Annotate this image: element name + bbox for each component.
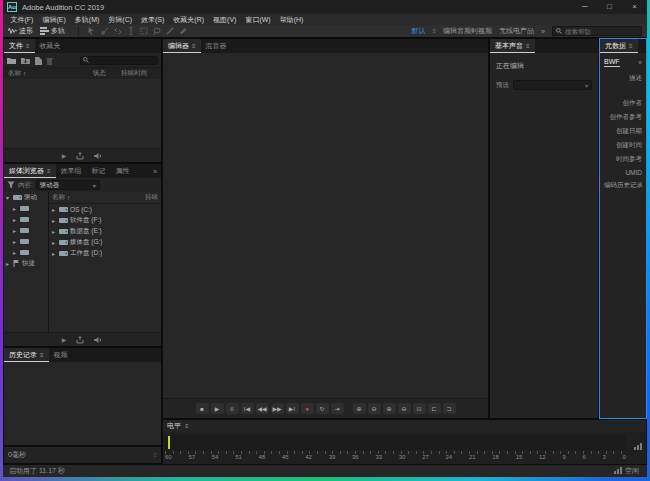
tab-effects-rack[interactable]: 效果组 bbox=[56, 164, 87, 178]
content-dropdown[interactable]: 驱动器 ▾ bbox=[36, 180, 100, 190]
media-column-headers[interactable]: 名称 ↑ 持续 bbox=[49, 192, 161, 204]
help-search-input[interactable] bbox=[565, 28, 637, 35]
preview-play-icon[interactable]: ▶ bbox=[62, 152, 67, 159]
drive-list-item[interactable]: ▸ 媒体盘 (G:) bbox=[49, 237, 161, 248]
zoom-out-vertical-button[interactable]: ⊖ bbox=[398, 403, 411, 414]
files-search-box[interactable] bbox=[80, 56, 158, 65]
meter-bars-icon[interactable] bbox=[634, 436, 642, 454]
filter-icon[interactable] bbox=[7, 181, 15, 190]
tab-video[interactable]: 视频 bbox=[49, 348, 73, 362]
multitrack-view-button[interactable]: 多轨 bbox=[40, 26, 65, 36]
files-list[interactable] bbox=[4, 79, 161, 149]
panel-menu-icon[interactable]: ≡ bbox=[153, 452, 157, 458]
metadata-overflow-chevron-icon[interactable]: » bbox=[638, 59, 642, 66]
workspace-tab-radio-production[interactable]: 无线电产品 bbox=[499, 26, 534, 36]
tab-essential-sound[interactable]: 基本声音 ≡ bbox=[490, 39, 535, 53]
history-list[interactable] bbox=[4, 362, 161, 445]
chevron-right-icon[interactable]: ▸ bbox=[52, 206, 57, 213]
stop-button[interactable]: ■ bbox=[196, 403, 209, 414]
move-playhead-next-button[interactable]: ▶I bbox=[286, 403, 299, 414]
panel-menu-icon[interactable]: ≡ bbox=[629, 43, 633, 49]
time-selection-tool-icon[interactable] bbox=[126, 27, 135, 36]
open-file-icon[interactable] bbox=[7, 51, 17, 69]
editor-canvas[interactable] bbox=[163, 53, 488, 399]
move-playhead-previous-button[interactable]: I◀ bbox=[241, 403, 254, 414]
tab-metadata[interactable]: 元数据 ≡ bbox=[600, 39, 638, 53]
zoom-in-horizontal-button[interactable]: ⊕ bbox=[353, 403, 366, 414]
menu-item[interactable]: 视图(V) bbox=[209, 15, 241, 25]
menu-item[interactable]: 编辑(E) bbox=[38, 15, 70, 25]
chevron-right-icon[interactable]: ▸ bbox=[52, 217, 57, 224]
panel-menu-icon[interactable]: ≡ bbox=[40, 352, 44, 358]
preview-play-icon[interactable]: ▶ bbox=[62, 336, 67, 343]
auto-play-icon[interactable] bbox=[76, 336, 84, 344]
waveform-view-button[interactable]: 波形 bbox=[8, 26, 33, 36]
chevron-right-icon[interactable]: ▸ bbox=[13, 227, 18, 234]
chevron-right-icon[interactable]: ▸ bbox=[13, 249, 18, 256]
workspace-tab-default[interactable]: 默认 bbox=[412, 26, 426, 36]
chevron-right-icon[interactable]: ▸ bbox=[52, 228, 57, 235]
move-tool-icon[interactable] bbox=[87, 27, 96, 36]
tree-drive-item[interactable]: ▸ bbox=[4, 203, 48, 214]
panel-menu-icon[interactable]: ≡ bbox=[47, 168, 51, 174]
tree-drive-item[interactable]: ▸ bbox=[4, 214, 48, 225]
play-button[interactable]: ▶ bbox=[211, 403, 224, 414]
drive-list-item[interactable]: ▸ 数据盘 (E:) bbox=[49, 226, 161, 237]
tree-item-shortcuts[interactable]: ▸ 快捷 bbox=[4, 258, 48, 269]
files-search-input[interactable] bbox=[91, 57, 151, 63]
tab-markers[interactable]: 标记 bbox=[87, 164, 111, 178]
menu-item[interactable]: 效果(S) bbox=[137, 15, 169, 25]
maximize-button[interactable]: □ bbox=[597, 0, 622, 14]
workspace-overflow-chevron-icon[interactable]: » bbox=[541, 28, 545, 35]
zoom-to-in-point-button[interactable]: ⊏ bbox=[428, 403, 441, 414]
menu-item[interactable]: 窗口(W) bbox=[241, 15, 275, 25]
tab-overflow-chevron-icon[interactable]: » bbox=[149, 164, 161, 178]
help-search-box[interactable] bbox=[552, 26, 642, 36]
chevron-right-icon[interactable]: ▸ bbox=[52, 239, 57, 246]
paintbrush-selection-tool-icon[interactable] bbox=[165, 27, 174, 36]
razor-tool-icon[interactable] bbox=[100, 27, 109, 36]
record-button[interactable]: ● bbox=[301, 403, 314, 414]
zoom-out-horizontal-button[interactable]: ⊖ bbox=[368, 403, 381, 414]
workspace-tab-edit-audio-to-video[interactable]: 编辑音频到视频 bbox=[443, 26, 492, 36]
tab-history[interactable]: 历史记录 ≡ bbox=[4, 348, 49, 362]
menu-item[interactable]: 剪辑(C) bbox=[104, 15, 137, 25]
auto-play-icon[interactable] bbox=[76, 152, 84, 160]
zoom-to-selection-button[interactable]: ⊡ bbox=[413, 403, 426, 414]
delete-icon[interactable] bbox=[46, 51, 53, 69]
rewind-button[interactable]: ◀◀ bbox=[256, 403, 269, 414]
skip-selection-button[interactable]: ⇥ bbox=[331, 403, 344, 414]
menu-item[interactable]: 收藏夹(R) bbox=[169, 15, 209, 25]
fast-forward-button[interactable]: ▶▶ bbox=[271, 403, 284, 414]
chevron-right-icon[interactable]: ▸ bbox=[13, 205, 18, 212]
marquee-selection-tool-icon[interactable] bbox=[139, 27, 148, 36]
tree-drive-item[interactable]: ▸ bbox=[4, 236, 48, 247]
spot-healing-brush-tool-icon[interactable] bbox=[178, 27, 187, 36]
speaker-icon[interactable] bbox=[94, 336, 103, 344]
drive-list-item[interactable]: ▸ 软件盘 (F:) bbox=[49, 215, 161, 226]
tab-bwf[interactable]: BWF bbox=[604, 58, 620, 67]
menu-item[interactable]: 帮助(H) bbox=[275, 15, 308, 25]
menu-item[interactable]: 多轨(M) bbox=[70, 15, 104, 25]
level-meter[interactable]: 60575451484542393633302724211815129630 bbox=[163, 432, 646, 464]
tab-mixer[interactable]: 混音器 bbox=[201, 39, 232, 53]
lasso-selection-tool-icon[interactable] bbox=[152, 27, 161, 36]
menu-item[interactable]: 文件(F) bbox=[6, 15, 38, 25]
workspace-menu-icon[interactable]: ≡ bbox=[433, 28, 437, 34]
tree-drive-item[interactable]: ▸ bbox=[4, 247, 48, 258]
panel-menu-icon[interactable]: ≡ bbox=[192, 43, 196, 49]
drive-list-item[interactable]: ▸ OS (C:) bbox=[49, 204, 161, 215]
chevron-right-icon[interactable]: ▸ bbox=[52, 250, 57, 257]
chevron-right-icon[interactable]: ▸ bbox=[13, 216, 18, 223]
panel-menu-icon[interactable]: ≡ bbox=[185, 423, 189, 429]
zoom-in-vertical-button[interactable]: ⊕ bbox=[383, 403, 396, 414]
speaker-icon[interactable] bbox=[94, 152, 103, 160]
chevron-down-icon[interactable]: ▾ bbox=[6, 194, 11, 201]
tab-properties[interactable]: 属性 bbox=[111, 164, 135, 178]
tree-drive-item[interactable]: ▸ bbox=[4, 225, 48, 236]
tab-media-browser[interactable]: 媒体浏览器 ≡ bbox=[4, 164, 56, 178]
chevron-right-icon[interactable]: ▸ bbox=[13, 238, 18, 245]
slip-tool-icon[interactable] bbox=[113, 27, 122, 36]
close-button[interactable]: × bbox=[622, 0, 647, 14]
panel-menu-icon[interactable]: ≡ bbox=[526, 43, 530, 49]
